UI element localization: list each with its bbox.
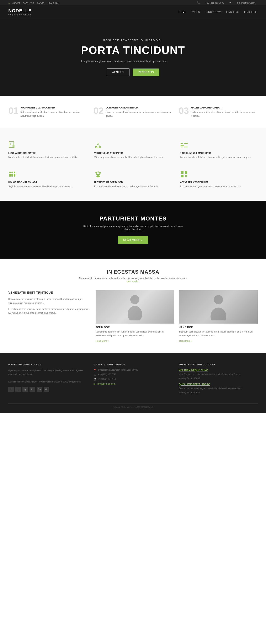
cta-section: PARTURIENT MONTES Ridiculus mus sed pret… [0,201,266,258]
svg-point-34 [128,306,142,320]
topnav-contact[interactable]: CONTACT [23,2,34,4]
social-vk[interactable]: vk [44,387,49,392]
feature-num-3: 03 [179,106,188,118]
svg-rect-15 [11,174,13,176]
team-title: IN EGESTAS MASSA [8,269,258,275]
icon-feature-2-text: Vitae neque ac ullamcorper nulla id hend… [94,156,172,159]
footer-event-2: QUIS HENDRERIT LIBERO Cras auctor metus … [179,383,258,394]
footer-event1-title[interactable]: VEL DIAM NEQUE NUNC [179,369,258,372]
svg-rect-11 [181,146,183,148]
svg-rect-28 [181,175,183,178]
footer-address: 📍 Street Name & Number, Town, State 0000… [94,369,172,372]
logo-text: NODELLE [8,8,32,13]
team-subtitle-link[interactable]: quis mollis. [127,280,139,283]
svg-point-24 [98,174,100,175]
svg-rect-29 [185,175,186,176]
logo[interactable]: NODELLE congue pulvinar velit [8,8,32,16]
footer-phone1-text: +10 (123) 456 7890 [98,373,116,376]
icon-feature-2-icon [94,140,103,150]
phone-number: +10 (23) 456 7890 [205,2,224,4]
icon-feature-2: VESTIBULUM AT SEMPER Vitae neque ac ulla… [94,138,172,161]
icon-feature-5-text: Purus elt interdum nibh cursus nisi tell… [94,185,172,188]
svg-point-16 [9,172,11,173]
footer-col1-text2: Eu nullam ut eros tincidunt tortor moles… [8,380,87,384]
email-address: info@domain.com [237,2,255,4]
feature-title-1: VULPUTATE ULLAMCORPER [20,106,87,109]
icon-feature-4-title: DOLOR NEC MALESUADA [8,181,86,184]
svg-point-17 [11,172,13,173]
icon-feature-4-text: Sagittis massa in metus vehicula blandit… [8,185,86,188]
nav-link1[interactable]: LINK TEXT [226,10,240,14]
svg-point-36 [211,308,226,320]
icon-feature-1-text: Mauris vel vehicula lacinia est nunc tin… [8,156,86,159]
nav-dropdown[interactable]: ▾ DROPDOWN [204,10,222,14]
svg-rect-2 [12,145,15,148]
svg-rect-27 [185,171,187,174]
icon-feature-3-icon [180,140,189,150]
team-header: IN EGESTAS MASSA Maecenas in laoreet ant… [8,269,258,283]
topnav-register[interactable]: REGISTER [48,2,59,4]
footer-event2-date: Monday, 5th April 2040 [179,392,200,394]
team-left: VENENATIS EGET TRISTIQUE Sodales est ac … [8,290,89,317]
hero-btn-aenean[interactable]: AENEAN [107,68,129,76]
social-google[interactable]: G+ [37,387,42,392]
topnav-login[interactable]: LOGIN [37,2,44,4]
nav-home[interactable]: HOME [178,10,186,14]
john-text: Vel tempus dolor eros in nunc curabitur … [96,330,174,337]
icon-feature-3-title: TINCIDUNT ULLAMCORPER [180,152,258,154]
email-icon: ✉ [94,383,95,386]
hero-subtitle: POSUERE PRAESENT ID JUSTO VEL [81,39,185,42]
cta-read-more-button[interactable]: READ MORE [118,236,148,244]
icon-feature-3: TINCIDUNT ULLAMCORPER Lacinia interdum d… [180,138,258,161]
nav-pages[interactable]: PAGES [191,10,200,14]
hero-desc: Fringilla fusce egestas in nisl eu dui a… [81,60,168,63]
svg-point-25 [96,175,100,178]
footer-event2-text: Cras auctor metus vel augue dignissim ia… [179,387,258,390]
jane-photo [179,290,258,324]
svg-rect-14 [9,174,11,176]
social-twitter[interactable]: t [15,387,21,392]
logo-sub: congue pulvinar velit [8,14,32,16]
footer: MASSA VIVERRA NULLAM Egestas purus nula … [0,353,266,413]
topnav-about[interactable]: ABOUT [12,2,20,4]
social-gplus[interactable]: g [22,387,28,392]
cta-title: PARTURIENT MONTES [8,215,258,222]
feature-desc-1: Rutrum elit nec tincidunt sed aenean ali… [20,110,87,118]
icon-feature-5-icon [94,170,103,179]
social-facebook[interactable]: f [8,387,14,392]
hero-btn-venenatis[interactable]: VENENATIS [133,68,159,76]
feature-title-3: MALESUADA HENDRERIT [191,106,258,109]
svg-point-20 [95,172,97,174]
feature-num-2: 02 [94,106,103,118]
footer-phone2: 📠 +10 (123) 456 7890 [94,378,172,381]
team-left-text1: Sodales est ac maximus scelerisque fusce… [8,297,89,305]
footer-col-1: MASSA VIVERRA NULLAM Egestas purus nula … [8,363,87,397]
svg-line-6 [98,143,100,147]
jane-read-more[interactable]: Read More » [179,340,192,342]
john-photo [96,290,174,324]
svg-rect-26 [181,171,183,174]
footer-email-link[interactable]: info@domain.com [97,382,116,385]
feature-1: 01 VULPUTATE ULLAMCORPER Rutrum elit nec… [8,106,87,118]
svg-rect-18 [14,174,15,176]
icon-feature-3-text: Lacinia interdum dui diam pharetra velit… [180,156,258,159]
team-left-title: VENENATIS EGET TRISTIQUE [8,290,89,294]
john-read-more[interactable]: Read More » [96,340,109,342]
team-subtitle: Maecenas in laoreet ante nulla varius ul… [79,277,187,283]
footer-col-2: MASSA MI DUIS TORTOR 📍 Street Name & Num… [94,363,172,397]
svg-line-5 [96,143,98,147]
feature-num-1: 01 [8,106,17,118]
svg-point-21 [98,171,99,172]
hero-buttons: AENEAN VENENATIS [81,68,185,76]
svg-point-23 [96,174,98,175]
icon-feature-1-title: LIGULA ORNARE MATTIS [8,152,86,154]
social-linkedin[interactable]: in [29,387,35,392]
nav-link2[interactable]: LINK TEXT [244,10,258,14]
icon-feature-6-icon [180,170,189,179]
icon-feature-5-title: ULTRICES UT PORTA SED [94,181,172,184]
feature-desc-2: Dolor eu suscipit facilisis vestibulum v… [106,110,172,118]
svg-rect-13 [184,146,188,148]
icon-feature-4: DOLOR NEC MALESUADA Sagittis massa in me… [8,168,86,190]
svg-rect-31 [185,176,186,178]
footer-event2-title[interactable]: QUIS HENDRERIT LIBERO [179,383,258,386]
